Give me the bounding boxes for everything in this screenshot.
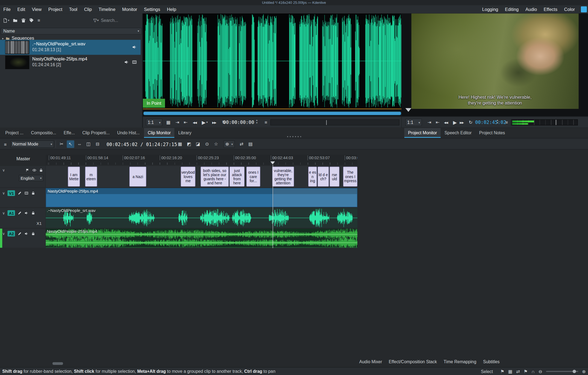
subtitle-clip[interactable]: e es n ing (308, 167, 317, 187)
subtitle-clip[interactable]: I am Mette (68, 167, 80, 187)
video-track-header[interactable]: ∨ V1 (0, 188, 45, 207)
dock-tab[interactable]: Speech Editor (441, 128, 475, 138)
menu-item[interactable]: Monitor (119, 5, 141, 13)
spacer-tool-button[interactable]: ⇔ (76, 140, 83, 148)
dock-tab[interactable]: Library (175, 128, 195, 138)
monitor-menu-icon[interactable]: ≡ (262, 119, 269, 126)
spin-down-icon[interactable]: ▾ (256, 121, 257, 124)
forward-button[interactable]: ▶▶ (210, 119, 219, 126)
target-track-indicator[interactable] (0, 229, 2, 248)
zoom-out-icon[interactable]: ⊖ (539, 369, 542, 374)
search-input[interactable] (101, 18, 140, 22)
edit-mode-select[interactable]: Normal Mode ▾ (10, 140, 54, 148)
favorite-effects-button[interactable]: ☆ (212, 140, 220, 148)
dock-tab[interactable]: Undo Hist... (113, 128, 143, 138)
selection-tool-button[interactable]: ↖ (67, 140, 74, 148)
video-track-lane[interactable]: NastyOldPeople-25fps.mp4 (46, 188, 357, 207)
lock-icon[interactable] (31, 191, 35, 195)
spin-up-icon[interactable]: ▴ (497, 119, 498, 121)
ripple-tool-button[interactable]: ⊟ (94, 140, 101, 148)
audio-clip[interactable]: NastyOldPeople-25fps.mp4 (46, 229, 357, 248)
accent-indicator[interactable] (581, 6, 587, 12)
dock-tab[interactable]: Subtitles (483, 357, 500, 366)
timeline-menu-icon[interactable]: ≡ (1, 141, 9, 148)
collapse-chevron-icon[interactable]: ∨ (2, 191, 5, 195)
menu-item[interactable]: View (28, 5, 45, 13)
pencil-icon[interactable] (18, 191, 22, 195)
speaker-icon[interactable] (25, 211, 29, 215)
rewind-button[interactable]: ◀◀ (190, 119, 199, 126)
delete-button[interactable] (21, 17, 26, 24)
speaker-icon[interactable] (25, 232, 29, 236)
timecode-spinner[interactable]: ▴ ▾ (497, 119, 498, 124)
insert-zone-button[interactable]: ◩ (185, 140, 193, 148)
menu-item[interactable]: Timeline (95, 5, 119, 13)
dock-tab[interactable]: Clip Monitor (144, 128, 175, 138)
menu-item[interactable]: Tool (66, 5, 81, 13)
subtitle-clip[interactable]: rse uld (330, 167, 339, 187)
lock-icon[interactable] (31, 232, 35, 236)
timecode-spinner[interactable]: ▴ ▾ (256, 119, 257, 124)
audio-track-2-lane[interactable]: NastyOldPeople-25fps.mp4 (46, 229, 357, 248)
monitor-scrollbar[interactable] (143, 112, 401, 115)
forward-button[interactable]: ▶▶ (457, 119, 466, 126)
play-options-chevron[interactable]: ▾ (205, 119, 209, 126)
zoom-slider[interactable] (546, 371, 578, 372)
workspace-item[interactable]: Editing (502, 5, 522, 13)
film-icon[interactable] (25, 191, 29, 195)
collapse-chevron-icon[interactable]: ∨ (2, 168, 5, 172)
subtitle-clip[interactable]: The ones I mpress (343, 167, 357, 187)
splitter-handle[interactable] (287, 136, 301, 138)
subtitle-clip[interactable]: verybod loves me (181, 167, 196, 187)
dock-tab[interactable]: Effect/Composition Stack (389, 357, 437, 366)
zone-in-icon[interactable]: ⇥ (426, 119, 433, 126)
lock-icon[interactable] (31, 211, 35, 215)
expander-icon[interactable]: ▸ (2, 37, 4, 40)
video-frame[interactable]: Here! Highest risk! We're vulnerable, th… (411, 13, 579, 109)
subtitle-clip[interactable]: both sides, so let's place our guards he… (201, 167, 229, 187)
dock-tab[interactable]: Clip Properti... (79, 128, 113, 138)
subtitle-clip[interactable]: ones I care for... (246, 167, 260, 187)
tag-icon[interactable]: ⚑ (500, 369, 504, 374)
filter-button[interactable]: ▽▾ (93, 17, 99, 24)
tag-button[interactable] (29, 17, 34, 24)
timeline-horizontal-scrollbar[interactable] (52, 362, 63, 365)
add-clip-button[interactable]: ▾ (3, 17, 10, 24)
collapse-chevron-icon[interactable]: ∨ (2, 232, 5, 236)
zoom-select[interactable]: 1:1 ▾ (405, 119, 422, 126)
dock-tab[interactable]: Project Notes (475, 128, 509, 138)
menu-item[interactable]: Project (45, 5, 66, 13)
track-badge[interactable]: V1 (8, 190, 15, 196)
arrows-icon[interactable]: ⇄ (516, 369, 520, 374)
master-track-button[interactable]: Master (9, 155, 37, 163)
mix-button[interactable]: ▦ (176, 140, 184, 148)
track-badge[interactable]: A2 (8, 231, 15, 237)
menu-item[interactable]: Help (164, 5, 180, 13)
workspace-item[interactable]: Logging (479, 5, 501, 13)
zone-out-icon[interactable]: ⇤ (434, 119, 441, 126)
subtitle-track-header[interactable]: ∨ English ▾ (0, 166, 45, 187)
zoom-select[interactable]: 1:1 ▾ (146, 119, 162, 126)
razor-tool-button[interactable]: ✂ (58, 140, 65, 148)
dock-tab[interactable]: Compositio... (27, 128, 60, 138)
audio-track-1-header[interactable]: ∨ A1 X1 (0, 208, 45, 228)
video-clip-segment[interactable] (273, 188, 357, 207)
rewind-button[interactable]: ◀◀ (441, 119, 450, 126)
monitor-seek-ruler[interactable] (271, 119, 399, 125)
subtitle-language-select[interactable]: English ▾ (19, 175, 44, 181)
playhead-handle[interactable] (271, 161, 275, 164)
zone-out-icon[interactable]: ⇤ (182, 119, 189, 126)
zoom-slider-handle[interactable] (573, 370, 576, 373)
workspace-item[interactable]: Effects (540, 5, 561, 13)
subtitle-clip[interactable]: ld d e ch? (317, 167, 329, 187)
spin-up-icon[interactable]: ▴ (256, 119, 257, 121)
loop-zone-icon[interactable]: ↻ (467, 119, 474, 126)
view-options-button[interactable]: ≡ (37, 18, 40, 23)
collapse-chevron-icon[interactable]: ∨ (2, 211, 5, 215)
magnet-icon[interactable]: ∩ (531, 369, 535, 374)
bin-clip-row[interactable]: NastyOldPeople-25fps.mp4 01:24:24:16 [2] (0, 55, 141, 70)
subtitle-clip[interactable]: vulnerable, they're getting the attentio… (272, 167, 294, 187)
bin-name-column-header[interactable]: Name ▾ (1, 28, 142, 35)
dock-tab[interactable]: Audio Mixer (359, 357, 382, 366)
clip-monitor-timecode[interactable]: 00:00:00:00 (223, 119, 254, 125)
